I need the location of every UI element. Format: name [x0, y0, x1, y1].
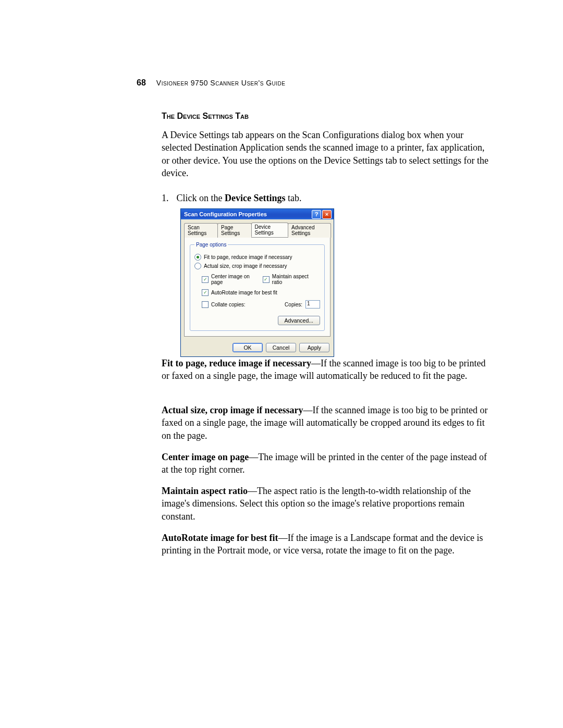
ok-button[interactable]: OK [232, 343, 263, 352]
step-text-suffix: tab. [285, 193, 301, 203]
intro-paragraph: A Device Settings tab appears on the Sca… [162, 129, 494, 179]
desc-bold: Actual size, crop image if necessary [162, 405, 303, 415]
desc-bold: Fit to page, reduce image if necessary [162, 358, 311, 368]
step-text-bold: Device Settings [225, 193, 285, 203]
desc-bold: Center image on page [162, 452, 249, 462]
desc-actual-size: Actual size, crop image if necessary—If … [162, 404, 494, 442]
checkbox-icon: ✓ [263, 276, 270, 283]
document-page: 68 Visioneer 9750 Scanner User's Guide T… [0, 0, 563, 728]
check-maintain-aspect[interactable]: ✓ Maintain aspect ratio [263, 274, 320, 285]
desc-bold: Maintain aspect ratio [162, 486, 248, 496]
dialog-tabs: Scan Settings Page Settings Device Setti… [181, 219, 334, 237]
check-center-image[interactable]: ✓ Center image on page [202, 274, 263, 285]
tab-device-settings[interactable]: Device Settings [251, 223, 288, 237]
page-number: 68 [137, 78, 146, 88]
dialog-titlebar: Scan Configuration Properties ? × [181, 209, 334, 219]
tab-page-settings[interactable]: Page Settings [217, 223, 252, 238]
checkbox-icon: ✓ [202, 276, 209, 283]
page-options-group: Page options Fit to page, reduce image i… [190, 242, 325, 331]
desc-fit-to-page: Fit to page, reduce image if necessary—I… [162, 357, 494, 382]
advanced-button[interactable]: Advanced... [278, 316, 320, 325]
dialog-button-row: OK Cancel Apply [181, 340, 334, 356]
page-options-legend: Page options [194, 242, 228, 248]
checkbox-icon: ✓ [202, 289, 209, 296]
apply-button[interactable]: Apply [299, 343, 329, 352]
center-maintain-row: ✓ Center image on page ✓ Maintain aspect… [202, 272, 320, 287]
dialog-title: Scan Configuration Properties [184, 211, 267, 217]
check-collate-label: Collate copies: [211, 302, 246, 307]
desc-autorotate: AutoRotate image for best fit—If the ima… [162, 532, 494, 557]
step-number: 1. [162, 193, 174, 204]
running-header: 68 Visioneer 9750 Scanner User's Guide [137, 78, 470, 88]
copies-label: Copies: [285, 302, 302, 307]
radio-actual-label: Actual size, crop image if necessary [204, 263, 287, 269]
step-1: 1. Click on the Device Settings tab. [162, 193, 494, 204]
radio-fit-label: Fit to page, reduce image if necessary [204, 254, 292, 260]
indented-options: ✓ Center image on page ✓ Maintain aspect… [202, 272, 320, 311]
check-center-label: Center image on page [211, 274, 263, 285]
desc-maintain-aspect: Maintain aspect ratio—The aspect ratio i… [162, 485, 494, 523]
tab-scan-settings[interactable]: Scan Settings [184, 223, 218, 238]
desc-center-image: Center image on page—The image will be p… [162, 451, 494, 476]
copies-input[interactable]: 1 [305, 300, 320, 309]
collate-copies-row: Collate copies: Copies: 1 [202, 298, 320, 311]
check-autorotate[interactable]: ✓ AutoRotate image for best fit [202, 289, 320, 296]
tab-advanced-settings[interactable]: Advanced Settings [288, 223, 331, 238]
check-collate[interactable]: Collate copies: [202, 301, 246, 308]
copies-field: Copies: 1 [285, 300, 320, 309]
cancel-button[interactable]: Cancel [266, 343, 296, 352]
section-heading: The Device Settings Tab [162, 112, 249, 121]
radio-actual-size-row[interactable]: Actual size, crop image if necessary [194, 263, 320, 269]
close-button[interactable]: × [322, 210, 332, 219]
tab-body: Page options Fit to page, reduce image i… [184, 237, 331, 337]
check-autorotate-label: AutoRotate image for best fit [211, 290, 277, 295]
checkbox-icon [202, 301, 209, 308]
radio-icon [194, 263, 201, 269]
check-maintain-label: Maintain aspect ratio [272, 274, 320, 285]
desc-bold: AutoRotate image for best fit [162, 533, 278, 543]
advanced-row: Advanced... [194, 316, 320, 325]
step-text-prefix: Click on the [177, 193, 225, 203]
radio-icon [194, 254, 201, 261]
scan-config-dialog: Scan Configuration Properties ? × Scan S… [180, 208, 334, 357]
radio-fit-to-page-row[interactable]: Fit to page, reduce image if necessary [194, 254, 320, 261]
guide-title: Visioneer 9750 Scanner User's Guide [156, 79, 286, 87]
help-button[interactable]: ? [312, 210, 321, 219]
